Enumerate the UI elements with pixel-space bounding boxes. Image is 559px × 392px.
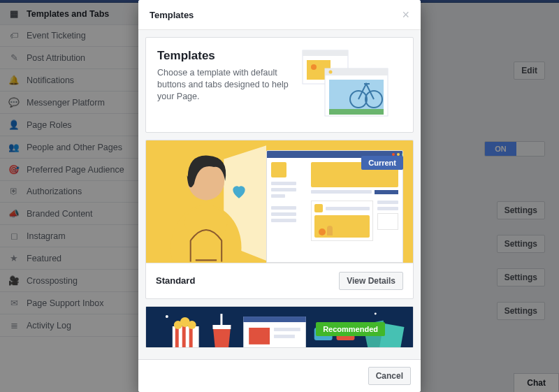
modal-overlay: Templates × Templates Choose a template … bbox=[0, 0, 559, 392]
template-card-standard: Current Standard View Details bbox=[145, 140, 414, 299]
close-icon[interactable]: × bbox=[402, 8, 409, 21]
intro-illustration bbox=[297, 49, 402, 121]
svg-rect-21 bbox=[175, 326, 179, 347]
view-details-button[interactable]: View Details bbox=[339, 272, 403, 290]
modal-header: Templates × bbox=[138, 0, 421, 30]
svg-rect-1 bbox=[303, 50, 348, 56]
badge-current: Current bbox=[361, 156, 403, 170]
svg-rect-28 bbox=[220, 314, 222, 326]
svg-point-6 bbox=[329, 71, 333, 74]
svg-rect-31 bbox=[249, 328, 270, 344]
modal-body: Templates Choose a template with default… bbox=[138, 30, 421, 359]
svg-rect-32 bbox=[274, 328, 300, 331]
templates-modal: Templates × Templates Choose a template … bbox=[138, 0, 421, 392]
template-name-standard: Standard bbox=[156, 275, 195, 286]
cancel-button[interactable]: Cancel bbox=[368, 367, 411, 385]
modal-footer: Cancel bbox=[138, 359, 421, 392]
intro-title: Templates bbox=[157, 49, 289, 63]
svg-point-3 bbox=[311, 64, 317, 70]
svg-point-18 bbox=[375, 312, 377, 314]
svg-rect-10 bbox=[329, 109, 384, 115]
svg-rect-14 bbox=[185, 209, 228, 237]
template-illustration-standard: Current bbox=[146, 140, 413, 263]
svg-point-16 bbox=[166, 315, 168, 318]
svg-rect-22 bbox=[182, 326, 186, 347]
svg-rect-30 bbox=[243, 317, 306, 322]
svg-point-26 bbox=[188, 321, 196, 329]
heart-icon bbox=[230, 182, 248, 201]
template-card-next: Recommended bbox=[145, 306, 414, 348]
template-illustration-next: Recommended bbox=[146, 307, 413, 347]
modal-title: Templates bbox=[150, 10, 194, 20]
svg-rect-33 bbox=[274, 335, 295, 338]
svg-rect-23 bbox=[189, 326, 193, 347]
badge-recommended: Recommended bbox=[316, 322, 385, 336]
intro-panel: Templates Choose a template with default… bbox=[145, 37, 414, 133]
svg-rect-5 bbox=[325, 68, 388, 75]
intro-body: Choose a template with default buttons a… bbox=[157, 67, 289, 103]
